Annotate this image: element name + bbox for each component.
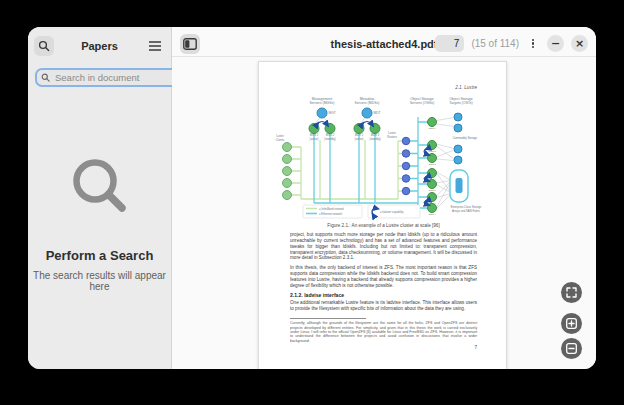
- figure-nodes: [283, 108, 463, 213]
- svg-text:OSS 5: OSS 5: [428, 189, 436, 192]
- search-toggle-button[interactable]: [34, 36, 54, 56]
- search-empty-state: Perform a Search The search results will…: [28, 155, 171, 292]
- headerbar-right-controls: 7 (15 of 114) − ×: [435, 34, 588, 54]
- sidebar-title: Papers: [58, 40, 141, 52]
- svg-text:Commodity Storage: Commodity Storage: [453, 136, 478, 140]
- empty-state-title: Perform a Search: [28, 248, 171, 263]
- empty-state-subtitle: The search results will appear here: [28, 270, 171, 292]
- fit-page-button[interactable]: [561, 282, 582, 303]
- search-input-row: [28, 61, 171, 93]
- svg-text:(standby): (standby): [369, 137, 381, 141]
- zoom-in-button[interactable]: [561, 313, 582, 334]
- desktop-background: Papers: [0, 0, 624, 405]
- svg-text:Servers (OSSs): Servers (OSSs): [410, 101, 435, 105]
- svg-text:MGS 2: MGS 2: [326, 133, 335, 137]
- zoom-out-icon: [566, 343, 577, 354]
- svg-text:Object Storage: Object Storage: [449, 97, 472, 101]
- kebab-icon: [532, 37, 535, 49]
- document-canvas[interactable]: 2.1. Lustre: [172, 57, 596, 369]
- svg-text:Arrays and SAN Fabric: Arrays and SAN Fabric: [452, 209, 481, 213]
- svg-text:Lustre: Lustre: [276, 134, 284, 138]
- page-count-label: (15 of 114): [471, 38, 519, 49]
- svg-text:(active): (active): [354, 137, 363, 141]
- svg-text:OSS 1: OSS 1: [428, 127, 436, 130]
- svg-text:Servers (MDSs): Servers (MDSs): [355, 101, 380, 105]
- search-input[interactable]: [53, 71, 189, 84]
- svg-text:= failover capability: = failover capability: [380, 210, 404, 214]
- search-sidebar: Papers: [28, 27, 172, 369]
- svg-text:Routers: Routers: [387, 135, 397, 139]
- svg-text:OSS 7: OSS 7: [428, 213, 436, 216]
- main-menu-button[interactable]: [145, 36, 165, 56]
- svg-text:Metadata: Metadata: [360, 97, 375, 101]
- svg-text:Targets (OSTs): Targets (OSTs): [449, 101, 472, 105]
- lustre-figure: Management Servers (MGSs) Metadata Serve…: [272, 95, 494, 220]
- main-headerbar: thesis-attached4.pdf 7 (15 of 114) − ×: [172, 27, 596, 57]
- page-number-entry[interactable]: 7: [435, 35, 464, 52]
- svg-text:MGT: MGT: [329, 111, 336, 115]
- svg-text:MDS 1: MDS 1: [355, 133, 364, 137]
- sidebar-headerbar: Papers: [28, 27, 171, 61]
- svg-text:OSS 6: OSS 6: [428, 202, 436, 205]
- svg-text:OSS 2: OSS 2: [428, 150, 436, 153]
- svg-text:= InfiniBand network: = InfiniBand network: [319, 207, 345, 211]
- main-area: thesis-attached4.pdf 7 (15 of 114) − ×: [172, 27, 596, 369]
- sidebar-toggle-icon: [183, 38, 197, 50]
- svg-text:MDT: MDT: [374, 111, 381, 115]
- papers-window: Papers: [28, 27, 596, 369]
- svg-text:MDS 2: MDS 2: [371, 133, 380, 137]
- close-button[interactable]: ×: [571, 35, 588, 52]
- svg-text:(active): (active): [309, 137, 318, 141]
- hamburger-icon: [149, 41, 161, 51]
- svg-text:MGS 1: MGS 1: [310, 133, 319, 137]
- zoom-in-icon: [566, 318, 577, 329]
- svg-text:Management: Management: [312, 97, 332, 101]
- svg-text:Enterprise-Class Storage: Enterprise-Class Storage: [451, 205, 482, 209]
- svg-text:Clients: Clients: [276, 138, 285, 142]
- figure-legend: = InfiniBand network = Ethernet network …: [303, 205, 420, 218]
- sidebar-toggle-button[interactable]: [180, 34, 200, 54]
- minimize-button[interactable]: −: [547, 35, 564, 52]
- enterprise-storage-inner: [456, 178, 463, 193]
- infiniband-network-lines: [292, 140, 403, 199]
- svg-text:OSS 3: OSS 3: [428, 163, 436, 166]
- search-entry-icon: [41, 73, 50, 82]
- page-number: 7: [290, 345, 477, 357]
- search-empty-icon: [69, 155, 131, 217]
- zoom-out-button[interactable]: [561, 338, 582, 359]
- footnote-rule: [290, 318, 366, 319]
- svg-text:Servers (MGSs): Servers (MGSs): [309, 101, 334, 105]
- svg-text:Lustre: Lustre: [388, 131, 396, 135]
- window-menu-button[interactable]: [526, 34, 540, 54]
- svg-text:OSS 4: OSS 4: [428, 178, 436, 181]
- search-entry[interactable]: [35, 68, 195, 87]
- svg-text:Object Storage: Object Storage: [410, 97, 433, 101]
- paragraph: One additional remarkable Lustre feature…: [290, 300, 477, 323]
- search-icon: [38, 40, 50, 52]
- pdf-page: 2.1. Lustre: [258, 61, 507, 369]
- svg-text:= Ethernet network: = Ethernet network: [319, 212, 343, 216]
- fit-page-icon: [566, 287, 577, 298]
- svg-text:(standby): (standby): [324, 137, 336, 141]
